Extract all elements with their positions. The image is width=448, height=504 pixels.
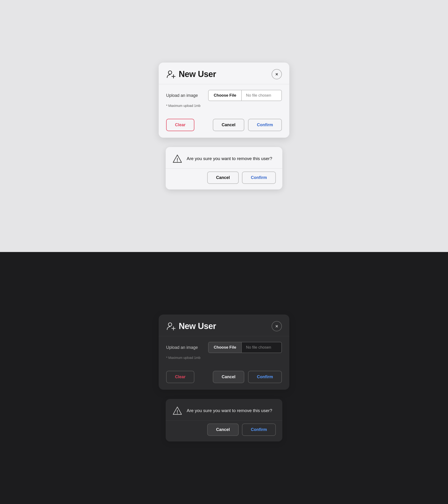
confirm-dialog-dark: Are you sure you want to remove this use… xyxy=(166,399,282,441)
max-upload-note-light: * Maximum upload 1mb xyxy=(166,104,282,108)
modal-header-left-light: New User xyxy=(166,69,216,79)
cancel-button-light[interactable]: Cancel xyxy=(213,119,244,131)
warning-icon-light xyxy=(172,154,182,164)
no-file-text-dark: No file chosen xyxy=(242,342,281,353)
file-upload-row-dark: Upload an image Choose File No file chos… xyxy=(166,342,282,353)
modal-header-dark: New User × xyxy=(159,315,289,336)
clear-button-dark[interactable]: Clear xyxy=(166,371,194,383)
clear-button-light[interactable]: Clear xyxy=(166,119,194,131)
dialog-confirm-button-dark[interactable]: Confirm xyxy=(242,424,276,436)
confirm-button-light[interactable]: Confirm xyxy=(248,119,282,131)
cancel-button-dark[interactable]: Cancel xyxy=(213,371,244,383)
dialog-cancel-button-light[interactable]: Cancel xyxy=(207,172,239,184)
modal-header-light: New User × xyxy=(159,63,289,84)
upload-label-light: Upload an image xyxy=(166,93,203,98)
file-input-wrapper-dark: Choose File No file chosen xyxy=(208,342,282,353)
svg-point-0 xyxy=(168,71,172,74)
light-theme-section: New User × Upload an image Choose File N… xyxy=(0,0,448,252)
confirm-dialog-text-dark: Are you sure you want to remove this use… xyxy=(187,408,272,414)
confirm-dialog-footer-dark: Cancel Confirm xyxy=(166,420,282,441)
modal-footer-dark: Clear Cancel Confirm xyxy=(159,366,289,390)
close-button-dark[interactable]: × xyxy=(272,321,282,331)
close-button-light[interactable]: × xyxy=(272,69,282,79)
warning-icon-dark xyxy=(172,406,182,416)
modal-body-dark: Upload an image Choose File No file chos… xyxy=(159,336,289,366)
confirm-dialog-footer-light: Cancel Confirm xyxy=(166,168,282,189)
choose-file-button-light[interactable]: Choose File xyxy=(209,90,242,101)
modal-title-light: New User xyxy=(179,69,216,79)
file-upload-row-light: Upload an image Choose File No file chos… xyxy=(166,90,282,101)
dialog-cancel-button-dark[interactable]: Cancel xyxy=(207,424,239,436)
upload-label-dark: Upload an image xyxy=(166,345,203,350)
choose-file-button-dark[interactable]: Choose File xyxy=(209,342,242,353)
dark-theme-section: New User × Upload an image Choose File N… xyxy=(0,252,448,504)
svg-point-9 xyxy=(177,413,178,414)
confirm-button-dark[interactable]: Confirm xyxy=(248,371,282,383)
new-user-modal-dark: New User × Upload an image Choose File N… xyxy=(159,315,289,390)
max-upload-note-dark: * Maximum upload 1mb xyxy=(166,356,282,360)
new-user-modal-light: New User × Upload an image Choose File N… xyxy=(159,63,289,138)
svg-point-4 xyxy=(177,161,178,162)
user-add-icon-light xyxy=(166,69,176,79)
confirm-dialog-body-dark: Are you sure you want to remove this use… xyxy=(166,399,282,420)
modal-body-light: Upload an image Choose File No file chos… xyxy=(159,84,289,114)
confirm-dialog-body-light: Are you sure you want to remove this use… xyxy=(166,147,282,168)
confirm-dialog-text-light: Are you sure you want to remove this use… xyxy=(187,156,272,162)
modal-footer-light: Clear Cancel Confirm xyxy=(159,114,289,138)
svg-point-5 xyxy=(168,323,172,326)
user-add-icon-dark xyxy=(166,321,176,331)
modal-header-left-dark: New User xyxy=(166,321,216,331)
modal-title-dark: New User xyxy=(179,321,216,331)
no-file-text-light: No file chosen xyxy=(242,90,281,101)
file-input-wrapper-light: Choose File No file chosen xyxy=(208,90,282,101)
dialog-confirm-button-light[interactable]: Confirm xyxy=(242,172,276,184)
confirm-dialog-light: Are you sure you want to remove this use… xyxy=(166,147,282,189)
